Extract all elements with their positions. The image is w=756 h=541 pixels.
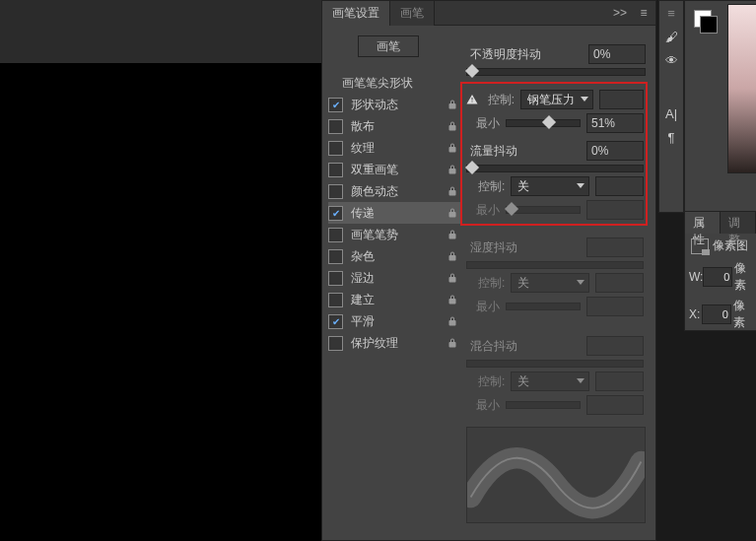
- flow-min-slider: [506, 206, 581, 214]
- opacity-control-block: 控制: 钢笔压力 最小 51% 流量抖动 0% 控制: 关 最小: [466, 86, 644, 224]
- opacity-control-select[interactable]: 钢笔压力: [520, 90, 593, 109]
- document-canvas[interactable]: [0, 63, 321, 541]
- lock-icon[interactable]: [445, 97, 460, 112]
- collapse-icon[interactable]: >>: [608, 6, 632, 20]
- width-input[interactable]: [703, 267, 732, 287]
- character-panel-icon[interactable]: A|: [660, 102, 682, 124]
- option-protect-texture[interactable]: 保护纹理: [328, 332, 460, 354]
- checkbox-icon[interactable]: [328, 119, 343, 134]
- control-label: 控制:: [480, 92, 515, 108]
- panel-menu-icon[interactable]: ≡: [632, 6, 655, 20]
- opacity-min-slider[interactable]: [506, 119, 581, 127]
- flow-jitter-label: 流量抖动: [466, 143, 537, 160]
- opacity-jitter-value[interactable]: 0%: [588, 44, 646, 64]
- wetness-jitter-value: [586, 237, 644, 257]
- brushes-preset-button[interactable]: 画笔: [358, 35, 419, 57]
- lock-icon[interactable]: [445, 313, 460, 329]
- flow-min-value: [586, 200, 644, 220]
- flow-jitter-slider[interactable]: [466, 165, 644, 172]
- option-scattering[interactable]: 散布: [328, 115, 460, 137]
- checkbox-icon[interactable]: [328, 271, 343, 286]
- panel-tabbar: 画笔设置 画笔 >> ≡: [322, 1, 655, 26]
- tab-brush-settings[interactable]: 画笔设置: [322, 1, 390, 26]
- lock-icon[interactable]: [445, 162, 460, 177]
- paragraph-panel-icon[interactable]: ¶: [660, 126, 682, 148]
- option-wet-edges[interactable]: 湿边: [328, 267, 460, 289]
- tab-adjustments[interactable]: 调整: [721, 212, 756, 234]
- mix-min-value: [586, 395, 644, 415]
- control-label: 控制:: [466, 373, 505, 390]
- option-buildup[interactable]: 建立: [328, 289, 460, 310]
- checkbox-icon[interactable]: [328, 228, 343, 242]
- mix-jitter-value: [586, 336, 644, 356]
- min-label: 最小: [466, 299, 500, 315]
- option-brush-pose[interactable]: 画笔笔势: [328, 224, 460, 245]
- mix-jitter-slider: [466, 360, 644, 368]
- option-noise[interactable]: 杂色: [328, 245, 460, 267]
- checkbox-icon[interactable]: [328, 336, 343, 351]
- opacity-control-extra[interactable]: [599, 90, 644, 109]
- flow-jitter-value[interactable]: 0%: [586, 141, 644, 161]
- wetness-min-slider: [506, 303, 581, 310]
- brush-options-list: 画笔笔尖形状 形状动态 散布 纹理 双重画笔 颜色动态 传递 画笔笔势 杂色 湿…: [328, 72, 460, 354]
- properties-panel: 属性 调整 像素图 W: 像素 X: 像素: [684, 211, 756, 331]
- checkbox-icon[interactable]: [328, 98, 343, 112]
- brush-settings-panel: 画笔设置 画笔 >> ≡ 画笔 画笔笔尖形状 形状动态 散布 纹理 双重画笔 颜…: [321, 0, 656, 541]
- strip-menu-icon[interactable]: ≡: [660, 2, 682, 24]
- checkbox-icon[interactable]: [328, 314, 343, 329]
- x-input[interactable]: [702, 304, 731, 324]
- flow-control-select[interactable]: 关: [511, 176, 589, 196]
- opacity-min-value[interactable]: 51%: [586, 113, 644, 133]
- width-row: W: 像素: [685, 258, 756, 296]
- checkbox-icon[interactable]: [328, 141, 343, 156]
- checkbox-icon[interactable]: [328, 293, 343, 307]
- option-dual-brush[interactable]: 双重画笔: [328, 159, 460, 180]
- visibility-icon[interactable]: 👁: [660, 49, 682, 71]
- lock-icon[interactable]: [445, 227, 460, 242]
- lock-icon[interactable]: [445, 205, 460, 221]
- x-row: X: 像素: [685, 296, 756, 333]
- option-color-dynamics[interactable]: 颜色动态: [328, 180, 460, 202]
- min-label: 最小: [466, 397, 500, 414]
- tab-brushes[interactable]: 画笔: [390, 1, 435, 26]
- opacity-jitter-label: 不透明度抖动: [466, 46, 555, 63]
- option-transfer[interactable]: 传递: [328, 202, 460, 224]
- wetness-min-value: [586, 297, 644, 316]
- mix-block: 混合抖动 控制: 关 最小: [466, 332, 644, 523]
- lock-icon[interactable]: [445, 292, 460, 307]
- brush-tool-icon[interactable]: 🖌: [660, 26, 682, 47]
- option-texture[interactable]: 纹理: [328, 137, 460, 159]
- mix-control-extra: [595, 372, 644, 391]
- mix-min-slider: [506, 401, 581, 409]
- fg-bg-swatch[interactable]: [694, 10, 714, 30]
- option-shape-dynamics[interactable]: 形状动态: [328, 94, 460, 115]
- app-topbar: [0, 0, 321, 63]
- lock-icon[interactable]: [445, 183, 460, 199]
- min-label: 最小: [466, 202, 500, 219]
- lock-icon[interactable]: [445, 140, 460, 156]
- tab-properties[interactable]: 属性: [685, 212, 721, 234]
- wetness-jitter-slider: [466, 261, 644, 269]
- option-smoothing[interactable]: 平滑: [328, 310, 460, 332]
- brush-stroke-preview: [466, 427, 646, 523]
- flow-control-extra[interactable]: [595, 176, 644, 196]
- pixel-layer-icon: [691, 238, 709, 254]
- brush-color-preview[interactable]: [727, 4, 756, 173]
- lock-icon[interactable]: [445, 270, 460, 286]
- checkbox-icon[interactable]: [328, 184, 343, 199]
- opacity-jitter-slider[interactable]: [466, 68, 646, 76]
- lock-icon[interactable]: [445, 335, 460, 351]
- brush-tip-shape[interactable]: 画笔笔尖形状: [328, 72, 460, 94]
- opacity-jitter-row: 不透明度抖动 0%: [466, 40, 646, 80]
- checkbox-icon[interactable]: [328, 249, 343, 264]
- wetness-jitter-label: 湿度抖动: [466, 239, 537, 256]
- dock-side-strip: ≡ 🖌 👁 A| ¶: [658, 0, 684, 213]
- checkbox-icon[interactable]: [328, 163, 343, 177]
- properties-type-label: 像素图: [713, 237, 748, 254]
- control-label: 控制:: [466, 275, 505, 292]
- lock-icon[interactable]: [445, 248, 460, 264]
- lock-icon[interactable]: [445, 118, 460, 134]
- checkbox-icon[interactable]: [328, 206, 343, 221]
- wetness-block: 湿度抖动 控制: 关 最小: [466, 234, 644, 320]
- wetness-control-extra: [595, 273, 644, 293]
